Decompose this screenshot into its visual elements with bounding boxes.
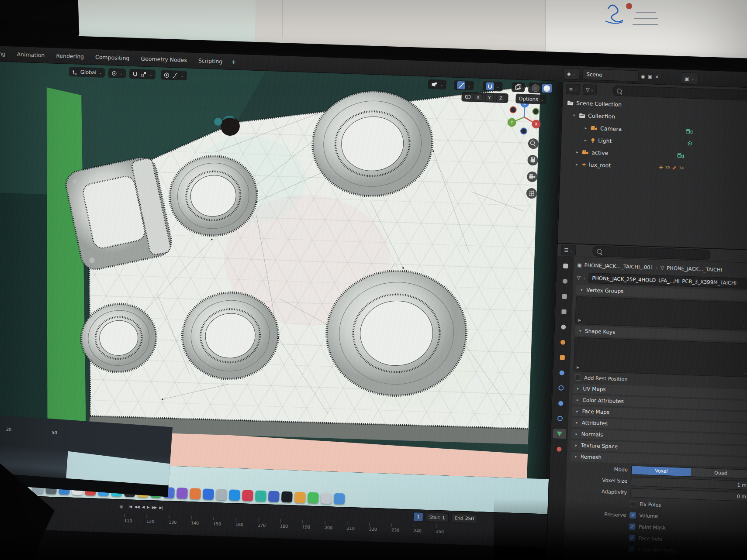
shading-wireframe-button[interactable] xyxy=(530,83,541,93)
object-icon: ▣ xyxy=(577,262,582,267)
proportional-edit-toggle[interactable]: ⌄ xyxy=(454,80,474,91)
properties-tab-view-layer[interactable] xyxy=(557,306,571,316)
3d-viewport[interactable]: Z Y X xyxy=(0,61,563,479)
expand-icon[interactable] xyxy=(574,162,579,166)
playback-button[interactable]: ◀◀ xyxy=(134,505,139,509)
new-scene-icon[interactable]: ▣ xyxy=(648,74,653,79)
playback-button[interactable]: ▶| xyxy=(159,505,163,510)
dock-icon[interactable] xyxy=(229,489,240,501)
breadcrumb-object[interactable]: PHONE_JACK..._TAICHI_.001 xyxy=(584,262,654,271)
add-rest-position-checkbox[interactable] xyxy=(575,374,581,381)
proportional-edit-dropdown[interactable]: ⌄ xyxy=(161,70,187,80)
properties-tab-object-data[interactable] xyxy=(553,429,566,439)
breadcrumb-mesh[interactable]: PHONE_JACK..._TAICHI xyxy=(667,265,722,273)
workspace-tab[interactable]: ing xyxy=(0,50,6,57)
playback-button[interactable]: ▶▶ xyxy=(152,505,156,509)
orientation-icon xyxy=(72,69,78,75)
expand-icon[interactable] xyxy=(572,113,576,117)
pivot-point-dropdown[interactable]: ⌄ xyxy=(108,68,126,78)
resize-grip[interactable] xyxy=(741,371,747,376)
close-icon[interactable]: ✕ xyxy=(655,74,659,79)
outliner-editor[interactable]: ≡ ⌄ ▽ ⌄ Scene Collection xyxy=(558,81,747,251)
camera-visibility-badge[interactable] xyxy=(686,129,693,134)
properties-editor-type-dropdown[interactable]: ☰ ⌄ xyxy=(561,245,576,256)
properties-tab-particles[interactable] xyxy=(554,383,568,393)
properties-tab-tool[interactable] xyxy=(559,261,572,271)
resize-grip[interactable] xyxy=(743,324,747,329)
dock-icon[interactable] xyxy=(268,491,280,502)
current-frame-field[interactable]: 1 xyxy=(413,512,423,522)
playback-button[interactable]: |◀ xyxy=(128,504,132,508)
expand-icon[interactable] xyxy=(583,138,588,142)
options-dropdown[interactable]: Options ⌄ xyxy=(515,94,547,104)
snap-magnet-toggle[interactable]: ⌄ xyxy=(483,81,502,92)
mirror-x-button[interactable]: X xyxy=(474,93,483,102)
show-gizmo-dropdown[interactable]: ⌄ xyxy=(428,79,446,89)
end-frame-field[interactable]: End 250 xyxy=(451,513,477,523)
properties-tab-material[interactable] xyxy=(552,444,566,454)
dock-icon[interactable] xyxy=(216,489,227,500)
mode-voxel-button[interactable]: Voxel xyxy=(632,466,692,476)
camera-visibility-badge[interactable] xyxy=(677,153,684,158)
display-mode-dropdown[interactable]: ≡ ⌄ xyxy=(566,84,581,95)
pin-icon[interactable]: ◉ xyxy=(641,74,645,79)
dock-icon[interactable] xyxy=(190,488,201,499)
properties-tab-modifiers[interactable] xyxy=(555,368,568,378)
overlays-toggle[interactable] xyxy=(512,82,525,92)
options-label: Options xyxy=(519,96,538,103)
vertex-groups-list[interactable]: ▶ xyxy=(575,296,747,330)
dock-icon[interactable] xyxy=(255,490,266,502)
snap-toggle[interactable]: ⌄ xyxy=(129,69,156,79)
scene-browse-button[interactable]: ◆ ⌄ xyxy=(563,68,580,79)
collection-icon xyxy=(579,113,585,118)
filter-dropdown[interactable]: ▽ ⌄ xyxy=(583,84,597,95)
overlays-icon xyxy=(515,84,522,91)
dock-icon[interactable] xyxy=(203,488,214,500)
secondary-timeline-tick: 50 xyxy=(52,430,57,435)
workspace-tab[interactable]: Rendering xyxy=(56,52,84,60)
mirror-z-button[interactable]: Z xyxy=(496,94,505,103)
view-layer-selector[interactable]: ▣ ⌄ xyxy=(681,72,699,84)
dock-icon[interactable] xyxy=(176,488,188,499)
frame-range-fields: 1 Start 1 End 250 xyxy=(413,512,478,523)
light-visibility-badge[interactable] xyxy=(687,141,692,146)
properties-tab-object-constraints[interactable] xyxy=(553,413,567,423)
shape-keys-list[interactable]: ▶ xyxy=(574,337,747,378)
playback-button[interactable]: ◀ xyxy=(142,505,144,509)
outliner-search-field[interactable] xyxy=(612,85,747,101)
chevron-right-icon xyxy=(574,443,578,447)
specials-menu-icon[interactable]: ▶ xyxy=(578,318,581,322)
dock-icon[interactable] xyxy=(294,492,306,503)
properties-tab-world[interactable] xyxy=(556,337,570,347)
dock-icon[interactable] xyxy=(242,490,253,501)
expand-icon[interactable] xyxy=(584,126,588,130)
dock-icon[interactable] xyxy=(334,493,345,505)
start-frame-field[interactable]: Start 1 xyxy=(425,512,449,522)
dock-icon[interactable] xyxy=(281,491,293,503)
properties-tab-render[interactable] xyxy=(558,276,572,286)
shading-solid-button[interactable] xyxy=(542,84,552,93)
pivot-icon xyxy=(111,70,117,76)
properties-tab-object[interactable] xyxy=(555,352,569,362)
properties-tab-physics[interactable] xyxy=(554,398,567,408)
specials-menu-icon[interactable]: ▶ xyxy=(577,365,579,369)
dock-icon[interactable] xyxy=(321,493,332,504)
playback-button[interactable]: ▶ xyxy=(147,505,149,509)
camera-icon xyxy=(591,126,598,131)
outliner-label: Scene Collection xyxy=(576,100,622,108)
mode-quad-button[interactable]: Quad xyxy=(691,468,747,478)
scene-name-field[interactable]: Scene xyxy=(582,69,639,82)
expand-icon[interactable] xyxy=(575,150,579,154)
properties-tab-output[interactable] xyxy=(557,291,571,301)
add-workspace-button[interactable]: + xyxy=(231,58,236,65)
dock-icon[interactable] xyxy=(308,492,319,504)
transform-orientation-dropdown[interactable]: Global ⌄ xyxy=(69,67,105,78)
workspace-tab[interactable]: Scripting xyxy=(198,57,223,65)
mirror-y-button[interactable]: Y xyxy=(485,93,494,102)
properties-tab-scene[interactable] xyxy=(557,322,570,332)
auto-keying-icon[interactable]: ◉ xyxy=(119,504,123,508)
workspace-tab[interactable]: Geometry Nodes xyxy=(141,55,187,64)
workspace-tab[interactable]: Animation xyxy=(17,51,45,58)
timeline-tick: 180 xyxy=(280,519,303,529)
workspace-tab[interactable]: Compositing xyxy=(95,54,130,62)
